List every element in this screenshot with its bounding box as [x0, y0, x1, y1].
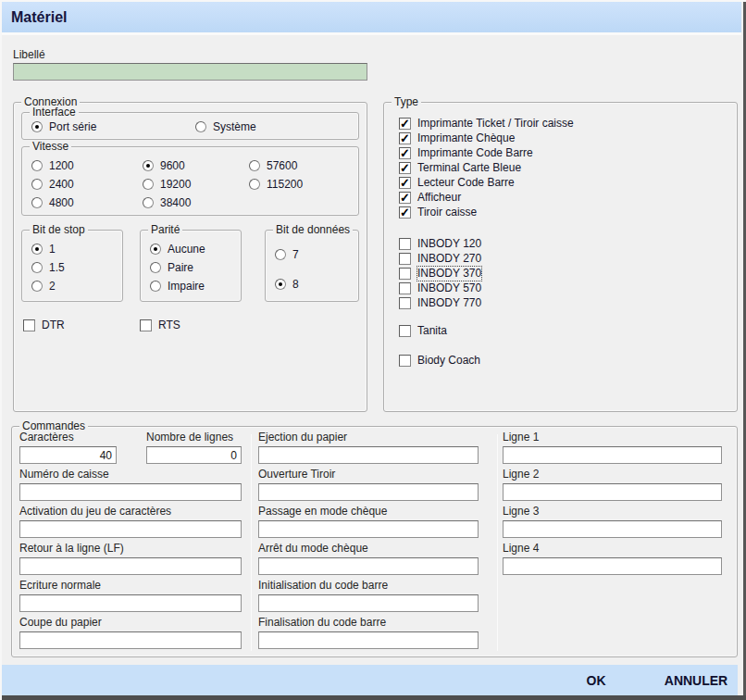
- final-code-barre-label: Finalisation du code barre: [258, 616, 479, 630]
- checkbox-imprimante-ticket[interactable]: [399, 118, 411, 130]
- radio-donnees-7-label[interactable]: 7: [292, 248, 299, 262]
- ejection-papier-input[interactable]: [258, 446, 479, 464]
- passage-mode-cheque-input[interactable]: [258, 520, 479, 538]
- radio-1200[interactable]: [31, 160, 43, 171]
- radio-parite-paire[interactable]: [150, 262, 161, 273]
- connexion-group: Connexion Interface Port série Système V…: [13, 102, 367, 412]
- checkbox-imprimante-cheque-label[interactable]: Imprimante Chèque: [417, 131, 515, 145]
- nombre-de-lignes-input[interactable]: [146, 446, 242, 464]
- ligne-2-input[interactable]: [503, 483, 722, 501]
- radio-38400[interactable]: [143, 197, 154, 208]
- checkbox-inbody-120-label[interactable]: INBODY 120: [417, 237, 481, 251]
- ligne-3-input[interactable]: [503, 520, 722, 538]
- checkbox-inbody-270-label[interactable]: INBODY 270: [417, 252, 481, 266]
- radio-1200-label[interactable]: 1200: [49, 159, 74, 173]
- radio-systeme[interactable]: [195, 121, 206, 132]
- checkbox-terminal-carte-bleue-label[interactable]: Terminal Carte Bleue: [417, 161, 521, 175]
- checkbox-inbody-570[interactable]: [399, 282, 411, 294]
- ecriture-normale-label: Ecriture normale: [19, 579, 242, 593]
- radio-9600[interactable]: [143, 160, 154, 171]
- libelle-input[interactable]: [13, 63, 367, 81]
- checkbox-terminal-carte-bleue[interactable]: [399, 162, 411, 174]
- radio-donnees-7[interactable]: [275, 249, 286, 260]
- checkbox-lecteur-code-barre-label[interactable]: Lecteur Code Barre: [417, 176, 515, 190]
- checkbox-dtr[interactable]: [23, 319, 35, 331]
- checkbox-afficheur[interactable]: [399, 192, 411, 204]
- radio-port-serie-label[interactable]: Port série: [49, 120, 96, 134]
- checkbox-imprimante-code-barre-label[interactable]: Imprimante Code Barre: [417, 146, 533, 160]
- checkbox-tanita[interactable]: [399, 325, 411, 337]
- numero-de-caisse-input[interactable]: [19, 483, 242, 501]
- checkbox-tiroir-caisse[interactable]: [399, 206, 411, 219]
- arret-mode-cheque-label: Arrêt du mode chèque: [258, 542, 479, 556]
- radio-stop-1-label[interactable]: 1: [49, 243, 56, 256]
- radio-2400[interactable]: [31, 179, 43, 190]
- checkbox-imprimante-cheque[interactable]: [399, 132, 411, 144]
- radio-115200-label[interactable]: 115200: [267, 178, 303, 192]
- radio-parite-aucune[interactable]: [150, 244, 161, 255]
- checkbox-imprimante-ticket-label[interactable]: Imprimante Ticket / Tiroir caisse: [417, 117, 574, 131]
- radio-19200-label[interactable]: 19200: [160, 178, 191, 192]
- radio-115200[interactable]: [249, 179, 260, 190]
- radio-parite-impaire[interactable]: [150, 281, 161, 292]
- radio-4800[interactable]: [31, 197, 43, 208]
- type-group: Type Imprimante Ticket / Tiroir caisse I…: [383, 102, 738, 412]
- radio-stop-1-5[interactable]: [31, 262, 43, 273]
- checkbox-inbody-370-label[interactable]: INBODY 370: [417, 267, 481, 281]
- radio-parite-paire-label[interactable]: Paire: [168, 261, 193, 275]
- annuler-button[interactable]: ANNULER: [650, 665, 742, 697]
- radio-stop-1[interactable]: [31, 244, 43, 255]
- interface-group: Interface Port série Système: [21, 112, 359, 140]
- bit-de-donnees-group-label: Bit de données: [273, 223, 353, 237]
- retour-ligne-input[interactable]: [19, 557, 242, 575]
- caracteres-input[interactable]: [19, 446, 117, 464]
- radio-stop-2-label[interactable]: 2: [49, 280, 56, 294]
- radio-donnees-8[interactable]: [275, 279, 286, 290]
- coupe-papier-input[interactable]: [19, 631, 242, 649]
- ecriture-normale-input[interactable]: [19, 594, 242, 612]
- activation-jeu-input[interactable]: [19, 520, 242, 538]
- checkbox-lecteur-code-barre[interactable]: [399, 177, 411, 189]
- type-group-label: Type: [392, 95, 421, 109]
- radio-9600-label[interactable]: 9600: [160, 159, 185, 173]
- checkbox-tiroir-caisse-label[interactable]: Tiroir caisse: [417, 206, 477, 219]
- radio-2400-label[interactable]: 2400: [49, 178, 74, 192]
- checkbox-inbody-570-label[interactable]: INBODY 570: [417, 281, 481, 295]
- checkbox-inbody-370[interactable]: [399, 268, 411, 280]
- ok-button[interactable]: OK: [554, 665, 638, 697]
- checkbox-imprimante-code-barre[interactable]: [399, 147, 411, 159]
- radio-19200[interactable]: [143, 179, 154, 190]
- checkbox-dtr-label[interactable]: DTR: [42, 319, 65, 332]
- checkbox-tanita-label[interactable]: Tanita: [417, 324, 447, 338]
- checkbox-rts[interactable]: [140, 319, 152, 331]
- arret-mode-cheque-input[interactable]: [258, 557, 479, 575]
- checkbox-afficheur-label[interactable]: Afficheur: [417, 191, 461, 205]
- radio-parite-impaire-label[interactable]: Impaire: [168, 280, 205, 294]
- radio-donnees-8-label[interactable]: 8: [292, 278, 299, 292]
- radio-systeme-label[interactable]: Système: [213, 120, 256, 134]
- radio-port-serie[interactable]: [31, 121, 43, 132]
- checkbox-biody-coach-label[interactable]: Biody Coach: [417, 354, 480, 368]
- radio-57600-label[interactable]: 57600: [267, 159, 297, 173]
- radio-parite-aucune-label[interactable]: Aucune: [168, 243, 205, 256]
- checkbox-inbody-270[interactable]: [399, 253, 411, 265]
- radio-57600[interactable]: [249, 160, 260, 171]
- parite-group-label: Parité: [148, 223, 182, 237]
- checkbox-inbody-120[interactable]: [399, 238, 411, 250]
- checkbox-biody-coach[interactable]: [399, 355, 411, 367]
- libelle-label: Libellé: [13, 48, 45, 62]
- radio-38400-label[interactable]: 38400: [160, 196, 191, 210]
- radio-4800-label[interactable]: 4800: [49, 196, 74, 210]
- checkbox-inbody-770[interactable]: [399, 297, 411, 309]
- ligne-4-input[interactable]: [503, 557, 722, 575]
- checkbox-rts-label[interactable]: RTS: [158, 319, 180, 332]
- final-code-barre-input[interactable]: [258, 631, 479, 649]
- init-code-barre-input[interactable]: [258, 594, 479, 612]
- radio-stop-1-5-label[interactable]: 1.5: [49, 261, 65, 275]
- ouverture-tiroir-input[interactable]: [258, 483, 479, 501]
- checkbox-inbody-770-label[interactable]: INBODY 770: [417, 296, 481, 310]
- ligne-1-input[interactable]: [503, 446, 722, 464]
- nombre-de-lignes-label: Nombre de lignes: [146, 431, 242, 444]
- radio-stop-2[interactable]: [31, 281, 43, 292]
- parite-group: Parité Aucune Paire Impaire: [140, 230, 242, 302]
